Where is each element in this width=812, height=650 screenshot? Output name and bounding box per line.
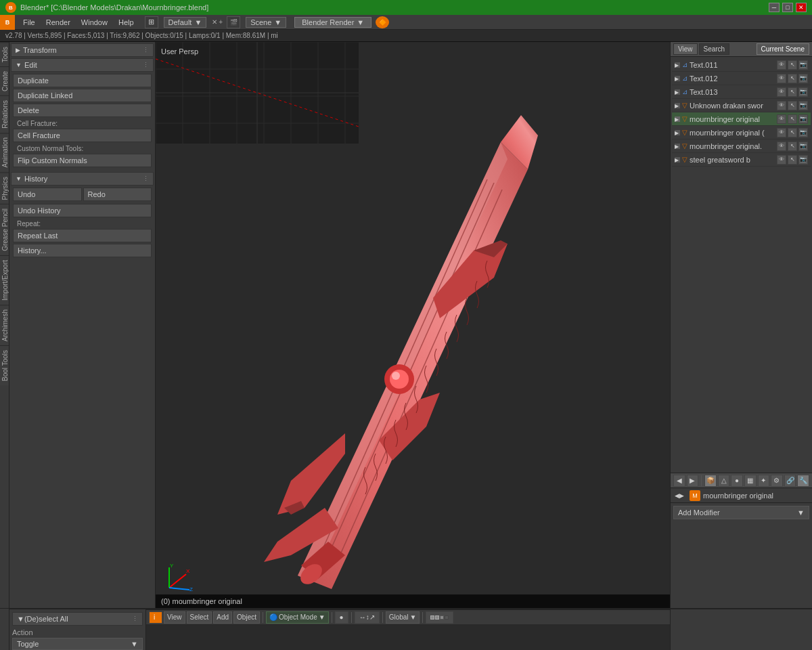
mode-label: Object Mode [279,613,317,621]
cursor-icon-mournbringer3[interactable]: ↖ [788,142,797,151]
mode-select[interactable]: 🔵 Object Mode ▼ [266,611,329,624]
blender-menu-logo[interactable]: B [0,15,15,30]
item-controls-mournbringer: 👁 ↖ 📷 [777,114,808,124]
view-menu[interactable]: View [164,611,185,624]
blender-info-btn[interactable]: i [149,611,162,624]
render-icon-text011[interactable]: 📷 [798,60,808,70]
scene-item-drakan[interactable]: ▶ ▽ Unknown drakan swor 👁 ↖ 📷 [672,99,811,112]
duplicate-linked-button[interactable]: Duplicate Linked [13,89,152,102]
workspace-selector[interactable]: Default ▼ [164,17,207,28]
eye-icon-drakan[interactable]: 👁 [777,101,786,110]
render-icon-mournbringer2[interactable]: 📷 [798,128,808,137]
eye-icon-mournbringer2[interactable]: 👁 [777,128,786,137]
add-modifier-button[interactable]: Add Modifier ▼ [673,506,809,519]
deselect-header[interactable]: ▼ (De)select All ⋮ [12,612,143,626]
eye-icon-text013[interactable]: 👁 [777,87,786,97]
props-nav-btn2[interactable]: ▶ [687,475,699,487]
cursor-icon-steel[interactable]: ↖ [788,155,797,165]
tab-search[interactable]: Search [699,43,730,55]
object-menu[interactable]: Object [233,611,260,624]
left-tab-relations[interactable]: Relations [0,95,9,133]
tab-view[interactable]: View [673,43,698,55]
left-tab-animation[interactable]: Animation [0,133,9,171]
eye-icon-mournbringer[interactable]: 👁 [777,114,786,124]
scene-item-mournbringer[interactable]: ▶ ▽ mournbringer original 👁 ↖ 📷 [672,112,811,126]
action-select[interactable]: Toggle ▼ [12,638,143,650]
select-menu[interactable]: Select [187,611,212,624]
scene-item-mournbringer3[interactable]: ▶ ▽ mournbringer original. 👁 ↖ 📷 [672,139,811,153]
cursor-icon-drakan[interactable]: ↖ [788,101,797,110]
props-nav-btn[interactable]: ◀ [673,475,685,487]
render-icon-mournbringer[interactable]: 📷 [798,114,808,124]
props-modifiers-btn[interactable]: 🔧 [797,475,809,487]
menu-file[interactable]: File [18,17,41,28]
cell-fracture-button[interactable]: Cell Fracture [13,129,152,142]
item-controls-text011: 👁 ↖ 📷 [777,60,808,70]
delete-button[interactable]: Delete [13,104,152,117]
props-texture-btn[interactable]: ▦ [744,475,757,487]
left-tab-tools[interactable]: Tools [0,42,9,66]
left-tab-archimesh[interactable]: Archimesh [0,305,9,345]
scene-item-mournbringer2[interactable]: ▶ ▽ mournbringer original ( 👁 ↖ 📷 [672,126,811,139]
left-tab-physics[interactable]: Physics [0,172,9,204]
cursor-icon-text011[interactable]: ↖ [788,60,797,70]
props-physics-btn[interactable]: ⚙ [771,475,783,487]
cursor-icon-mournbringer[interactable]: ↖ [788,114,797,124]
scene-selector[interactable]: Scene ▼ [246,17,286,28]
scene-item-steel[interactable]: ▶ ▽ steel greatsword b 👁 ↖ 📷 [672,153,811,167]
props-mesh-btn[interactable]: △ [718,475,730,487]
undo-history-button[interactable]: Undo History [13,204,152,217]
cursor-icon-text013[interactable]: ↖ [788,87,797,97]
left-tab-import-export[interactable]: Import/Export [0,255,9,305]
item-controls-mournbringer2: 👁 ↖ 📷 [777,128,808,137]
close-button[interactable]: ✕ [796,3,807,12]
redo-button[interactable]: Redo [83,188,152,201]
duplicate-button[interactable]: Duplicate [13,74,152,87]
transform-header[interactable]: ▶ Transform ⋮ [11,43,154,57]
eye-icon-mournbringer3[interactable]: 👁 [777,142,786,151]
render-icon-drakan[interactable]: 📷 [798,101,808,110]
add-menu[interactable]: Add [213,611,232,624]
render-icon-steel[interactable]: 📷 [798,155,808,165]
scene-item-text011[interactable]: ▶ ⊿ Text.011 👁 ↖ 📷 [672,58,811,72]
history-button[interactable]: History... [13,244,152,257]
viewport[interactable]: User Persp [156,42,670,608]
render-icon-text012[interactable]: 📷 [798,74,808,83]
eye-icon-text011[interactable]: 👁 [777,60,786,70]
render-icon-mournbringer3[interactable]: 📷 [798,142,808,151]
menu-window[interactable]: Window [76,17,113,28]
minimize-button[interactable]: ─ [769,3,780,12]
current-scene-button[interactable]: Current Scene [757,43,809,55]
point-mode-btn[interactable]: ● [335,611,348,624]
scene-item-text012[interactable]: ▶ ⊿ Text.012 👁 ↖ 📷 [672,72,811,85]
left-tab-create[interactable]: Create [0,66,9,95]
svg-text:Y: Y [170,564,174,569]
cursor-icon-text012[interactable]: ↖ [788,74,797,83]
history-header[interactable]: ▼ History ⋮ [11,172,154,186]
cursor-icon-mournbringer2[interactable]: ↖ [788,128,797,137]
layer-buttons[interactable] [426,611,453,624]
global-select[interactable]: Global ▼ [386,611,420,624]
flip-custom-normals-button[interactable]: Flip Custom Normals [13,154,152,167]
renderer-selector[interactable]: Blender Render ▼ [294,17,371,28]
repeat-last-button[interactable]: Repeat Last [13,229,152,242]
undo-button[interactable]: Undo [13,188,82,201]
menu-render[interactable]: Render [41,17,76,28]
menu-help[interactable]: Help [113,17,139,28]
add-label: Add [217,613,229,621]
left-tab-grease-pencil[interactable]: Grease Pencil [0,204,9,255]
props-object-btn[interactable]: 📦 [704,475,717,487]
history-arrow: ▼ [16,175,22,182]
eye-icon-steel[interactable]: 👁 [777,155,786,165]
edit-header[interactable]: ▼ Edit ⋮ [11,58,154,72]
render-icon-text013[interactable]: 📷 [798,87,808,97]
props-constraints-btn[interactable]: 🔗 [784,475,796,487]
eye-icon-text012[interactable]: 👁 [777,74,786,83]
maximize-button[interactable]: □ [782,3,793,12]
transform-icons[interactable]: ↔↕↗ [355,611,380,624]
props-particle-btn[interactable]: ✦ [758,475,770,487]
scene-item-text013[interactable]: ▶ ⊿ Text.013 👁 ↖ 📷 [672,85,811,99]
left-tab-bool-tools[interactable]: Bool Tools [0,345,9,385]
viewport-label: User Persp [161,47,198,56]
props-material-btn[interactable]: ● [731,475,743,487]
